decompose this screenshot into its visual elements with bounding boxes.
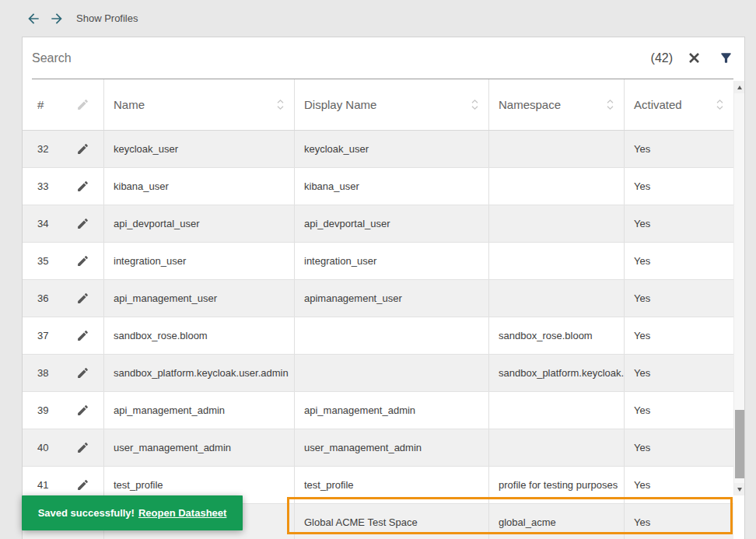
vertical-scrollbar[interactable] [733,81,744,495]
row-edit-cell[interactable] [61,392,104,429]
edit-column-icon [76,98,89,111]
row-display-name [295,355,489,391]
row-edit-cell[interactable] [61,168,104,205]
row-edit-cell[interactable] [61,131,104,167]
row-activated: Yes [625,168,733,205]
edit-pencil-icon[interactable] [76,180,89,193]
scroll-down-button[interactable] [734,483,745,495]
row-number: 39 [23,392,61,429]
header-namespace[interactable]: Namespace [489,79,625,130]
search-bar: (42) [32,37,733,79]
table-row[interactable]: 34 api_devportal_user api_devportal_user… [23,205,733,243]
forward-button[interactable] [49,11,65,26]
arrow-right-icon [49,11,65,26]
header-number-label: # [37,98,44,111]
edit-pencil-icon[interactable] [76,292,89,305]
table-row[interactable]: 35 integration_user integration_user Yes [23,243,733,280]
row-display-name: integration_user [295,243,489,279]
table-row[interactable]: 38 sandbox_platform.keycloak.user.admin … [23,355,733,392]
header-display-name[interactable]: Display Name [295,79,489,130]
row-edit-cell[interactable] [61,280,104,317]
row-name: user_management_admin [104,429,295,466]
edit-pencil-icon[interactable] [76,404,89,417]
toast-notification: Saved successfully! Reopen Datasheet [22,495,243,530]
scrollbar-thumb[interactable] [735,410,744,478]
row-display-name: api_management_admin [295,392,489,429]
row-activated: Yes [625,504,733,539]
edit-pencil-icon[interactable] [76,217,89,230]
filter-icon[interactable] [719,51,733,65]
header-display-name-label: Display Name [304,98,376,111]
row-display-name: test_profile [295,467,489,503]
row-namespace: profile for testing purposes [489,467,625,503]
row-name: api_management_admin [104,392,295,429]
row-display-name: Global ACME Test Space [295,504,489,539]
row-edit-cell[interactable] [61,355,104,391]
header-name[interactable]: Name [104,79,295,130]
toast-message: Saved successfully! [38,507,135,519]
row-namespace [489,205,625,242]
row-activated: Yes [625,243,733,279]
header-activated-label: Activated [634,98,682,111]
row-name: sandbox_rose.bloom [104,317,295,354]
row-activated: Yes [625,467,733,503]
edit-pencil-icon[interactable] [76,329,89,342]
edit-pencil-icon[interactable] [76,366,89,380]
row-edit-cell[interactable] [61,317,104,354]
table-body: 32 keycloak_user keycloak_user Yes 33 ki… [23,131,744,539]
row-name: keycloak_user [104,131,295,167]
header-activated[interactable]: Activated [625,79,733,130]
row-number: 37 [23,317,61,354]
header-number: # [23,79,61,130]
edit-pencil-icon[interactable] [76,441,89,454]
row-display-name: kibana_user [295,168,489,205]
table-row[interactable]: 40 user_management_admin user_management… [23,429,733,467]
table-row[interactable]: 32 keycloak_user keycloak_user Yes [23,131,733,168]
sort-icon [471,99,479,110]
sort-icon [716,99,724,110]
row-activated: Yes [625,355,733,391]
profiles-panel: (42) # Name Display Name [22,37,745,539]
row-number: 34 [23,205,61,242]
row-display-name: api_devportal_user [295,205,489,242]
row-activated: Yes [625,317,733,354]
search-input[interactable] [32,51,651,65]
table-header: # Name Display Name Namespace Acti [23,79,733,131]
row-display-name: user_management_admin [295,429,489,466]
row-activated: Yes [625,131,733,167]
table-row[interactable]: 39 api_management_admin api_management_a… [23,392,733,429]
table-row[interactable]: 37 sandbox_rose.bloom sandbox_rose.bloom… [23,317,733,355]
row-display-name [295,317,489,354]
row-number: 36 [23,280,61,317]
row-name: kibana_user [104,168,295,205]
row-display-name: apimanagement_user [295,280,489,317]
triangle-down-icon [737,488,742,492]
topbar: Show Profiles [0,0,756,37]
row-namespace [489,131,625,167]
row-name: integration_user [104,243,295,279]
row-display-name: keycloak_user [295,131,489,167]
page-title: Show Profiles [76,12,138,24]
row-namespace: sandbox_rose.bloom [489,317,625,354]
edit-pencil-icon[interactable] [76,254,89,268]
row-namespace [489,392,625,429]
row-namespace: sandbox_platform.keycloak.u [489,355,625,391]
scroll-up-button[interactable] [734,81,745,93]
back-button[interactable] [26,11,41,26]
row-edit-cell[interactable] [61,243,104,279]
row-number: 32 [23,131,61,167]
triangle-up-icon [737,86,742,89]
row-edit-cell[interactable] [61,205,104,242]
row-activated: Yes [625,429,733,466]
header-namespace-label: Namespace [499,98,561,111]
table-row[interactable]: 33 kibana_user kibana_user Yes [23,168,733,205]
table-row[interactable]: 36 api_management_user apimanagement_use… [23,280,733,317]
row-edit-cell[interactable] [61,429,104,466]
row-name: sandbox_platform.keycloak.user.admin [104,355,295,391]
edit-pencil-icon[interactable] [76,142,89,156]
sort-icon [276,99,285,110]
row-activated: Yes [625,392,733,429]
clear-search-icon[interactable] [688,52,700,64]
edit-pencil-icon[interactable] [76,478,89,492]
reopen-datasheet-link[interactable]: Reopen Datasheet [138,507,226,519]
